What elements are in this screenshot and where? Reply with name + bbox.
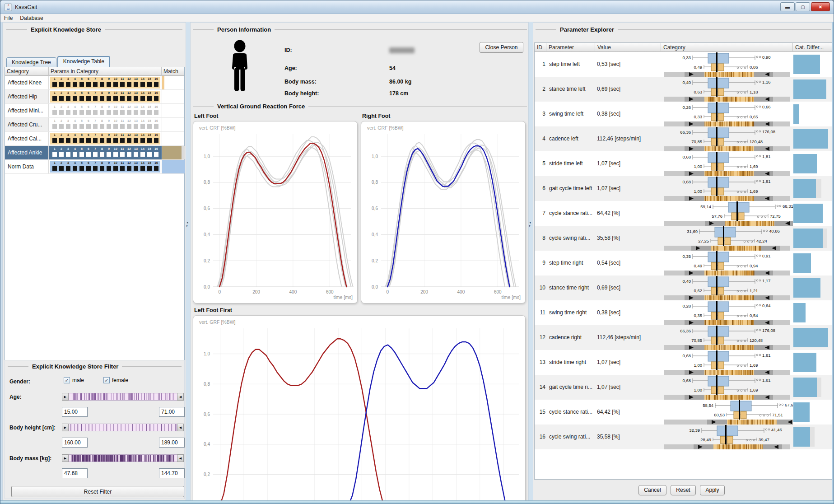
column-header-match[interactable]: Match xyxy=(162,67,185,76)
knowledge-row-affected-cru[interactable]: Affected Cru...12345678910111213141516 xyxy=(5,118,184,132)
explorer-scrollbar[interactable] xyxy=(832,22,834,501)
range-slider-age[interactable]: ▶◀ xyxy=(62,393,184,401)
slider-track[interactable] xyxy=(69,393,177,401)
column-header-parameter[interactable]: Parameter xyxy=(546,43,595,52)
category-distribution-glyph[interactable]: 0,330,900,490,86 xyxy=(661,52,793,77)
close-person-button[interactable]: Close Person xyxy=(480,42,523,53)
category-distribution-glyph[interactable]: 0,681,811,001,69 xyxy=(661,176,793,201)
category-distribution-glyph[interactable]: 0,260,660,330,65 xyxy=(661,102,793,126)
parameter-row-stride-time-right[interactable]: 13stride time right1,07 [sec]0,681,811,0… xyxy=(535,350,832,375)
minimize-button[interactable]: ▬ xyxy=(780,2,795,11)
param-indicator: 1 xyxy=(51,133,58,143)
category-distribution-glyph[interactable]: 31,6940,8627,2542,24 xyxy=(661,226,793,251)
column-header-id[interactable]: ID xyxy=(535,43,546,52)
checkbox-female[interactable]: ✓female xyxy=(103,377,128,383)
menu-item-file[interactable]: File xyxy=(0,14,16,22)
range-slider-body-height-cm[interactable]: ▶◀ xyxy=(62,424,184,431)
parameter-row-cadence-right[interactable]: 12cadence right112,46 [steps/min]66,3617… xyxy=(535,325,832,350)
parameter-row-stance-time-left[interactable]: 2stance time left0,69 [sec]0,401,160,631… xyxy=(535,77,832,102)
parameter-row-cycle-swing-rati[interactable]: 8cycle swing rati...35,58 [%]31,6940,862… xyxy=(535,226,832,251)
titlebar[interactable]: KavaGait ▬ ▢ ✕ xyxy=(0,0,834,14)
parameter-row-step-time-right[interactable]: 9step time right0,54 [sec]0,350,910,490,… xyxy=(535,251,832,275)
splitter-arrows-icon[interactable]: ◂▸ xyxy=(186,221,188,227)
parameter-row-stride-time-left[interactable]: 5stride time left1,07 [sec]0,681,811,001… xyxy=(535,151,832,176)
category-distribution-glyph[interactable]: 66,36176,0870,85120,48 xyxy=(661,126,793,151)
parameter-row-cycle-swing-rati[interactable]: 16cycle swing rati...35,58 [%]32,3941,46… xyxy=(535,425,832,449)
left-splitter[interactable]: ◂▸ xyxy=(186,22,190,501)
parameter-row-gait-cycle-time-left[interactable]: 6gait cycle time left1,07 [sec]0,681,811… xyxy=(535,176,832,201)
slider-right-arrow[interactable]: ◀ xyxy=(177,454,184,462)
slider-left-arrow[interactable]: ▶ xyxy=(62,454,69,462)
param-square xyxy=(93,152,98,157)
param-number: 4 xyxy=(72,161,78,165)
svg-text:120,48: 120,48 xyxy=(750,338,763,343)
knowledge-row-affected-knee[interactable]: Affected Knee12345678910111213141516 xyxy=(5,76,184,90)
slider-right-arrow[interactable]: ◀ xyxy=(177,424,184,431)
y-axis-label: vert. GRF [%BW] xyxy=(367,125,404,131)
param-number: 15 xyxy=(146,133,153,137)
param-number: 15 xyxy=(146,91,153,95)
knowledge-row-affected-hip[interactable]: Affected Hip12345678910111213141516 xyxy=(5,90,184,104)
range-max-field[interactable] xyxy=(159,468,185,478)
knowledge-row-norm-data[interactable]: Norm Data12345678910111213141516 xyxy=(5,160,184,174)
parameter-row-cycle-stance-rati[interactable]: 7cycle stance rati...64,42 [%]59,1468,31… xyxy=(535,201,832,226)
category-distribution-glyph[interactable]: 58,5467,6160,5371,51 xyxy=(661,400,793,425)
parameter-row-swing-time-right[interactable]: 11swing time right0,38 [sec]0,280,640,35… xyxy=(535,300,832,325)
column-header-params-in-category[interactable]: Params in Category xyxy=(49,67,162,76)
cancel-button[interactable]: Cancel xyxy=(638,485,666,495)
checkbox-male[interactable]: ✓male xyxy=(64,377,84,383)
category-distribution-glyph[interactable]: 0,401,160,631,18 xyxy=(661,77,793,102)
maximize-button[interactable]: ▢ xyxy=(796,2,810,11)
reset-button[interactable]: Reset xyxy=(671,485,696,495)
category-distribution-glyph[interactable]: 0,350,910,490,94 xyxy=(661,251,793,275)
slider-track[interactable] xyxy=(69,454,177,462)
param-number: 9 xyxy=(106,133,112,137)
category-distribution-glyph[interactable]: 66,36176,0870,85120,48 xyxy=(661,325,793,350)
right-splitter[interactable]: ◂▸ xyxy=(529,22,533,501)
category-distribution-glyph[interactable]: 0,401,170,621,21 xyxy=(661,275,793,300)
slider-left-arrow[interactable]: ▶ xyxy=(62,424,69,431)
knowledge-row-affected-ankle[interactable]: Affected Ankle12345678910111213141516 xyxy=(5,146,184,160)
parameter-row-gait-cycle-time-ri[interactable]: 14gait cycle time ri...1,07 [sec]0,681,8… xyxy=(535,375,832,400)
range-min-field[interactable] xyxy=(62,468,88,478)
column-header-cat-differ[interactable]: Cat. Differ... xyxy=(793,43,832,52)
parameter-row-cadence-left[interactable]: 4cadence left112,46 [steps/min]66,36176,… xyxy=(535,126,832,151)
range-label-body-mass-kg: Body mass [kg]: xyxy=(9,455,51,462)
category-label: Affected Hip xyxy=(5,90,49,103)
splitter-arrows-icon[interactable]: ◂▸ xyxy=(529,221,531,227)
knowledge-row-affected-mini[interactable]: Affected Mini...12345678910111213141516 xyxy=(5,104,184,118)
category-distribution-glyph[interactable]: 0,681,811,001,69 xyxy=(661,350,793,375)
parameter-row-swing-time-left[interactable]: 3swing time left0,38 [sec]0,260,660,330,… xyxy=(535,102,832,126)
tab-knowledge-tree[interactable]: Knowledge Tree xyxy=(6,57,56,67)
tab-knowledge-table[interactable]: Knowledge Table xyxy=(57,56,110,67)
reset-filter-button[interactable]: Reset Filter xyxy=(11,486,184,497)
menu-item-database[interactable]: Database xyxy=(16,14,47,22)
param-indicator: 13 xyxy=(133,105,139,115)
parameter-name: stride time right xyxy=(549,350,596,375)
knowledge-row-affected-cal[interactable]: Affected Cal...12345678910111213141516 xyxy=(5,132,184,146)
range-slider-body-mass-kg[interactable]: ▶◀ xyxy=(62,454,184,462)
parameter-row-stance-time-right[interactable]: 10stance time right0,69 [sec]0,401,170,6… xyxy=(535,275,832,300)
close-button[interactable]: ✕ xyxy=(811,2,830,11)
parameter-row-step-time-left[interactable]: 1step time left0,53 [sec]0,330,900,490,8… xyxy=(535,52,832,77)
apply-button[interactable]: Apply xyxy=(700,485,725,495)
range-min-field[interactable] xyxy=(62,438,88,448)
category-distribution-glyph[interactable]: 0,280,640,350,54 xyxy=(661,300,793,325)
column-header-value[interactable]: Value xyxy=(595,43,661,52)
slider-left-arrow[interactable]: ▶ xyxy=(62,393,69,401)
category-distribution-glyph[interactable]: 32,3941,4628,4939,47 xyxy=(661,425,793,449)
range-max-field[interactable] xyxy=(159,407,185,417)
slider-right-arrow[interactable]: ◀ xyxy=(177,393,184,401)
range-max-field[interactable] xyxy=(159,438,185,448)
category-distribution-glyph[interactable]: 59,1468,3157,7672,75 xyxy=(661,201,793,226)
category-difference-bar xyxy=(793,179,816,198)
range-min-field[interactable] xyxy=(62,407,88,417)
category-distribution-glyph[interactable]: 0,681,811,001,69 xyxy=(661,375,793,400)
parameter-row-cycle-stance-rati[interactable]: 15cycle stance rati...64,42 [%]58,5467,6… xyxy=(535,400,832,425)
slider-track[interactable] xyxy=(69,424,177,431)
column-header-category[interactable]: Category xyxy=(5,67,49,76)
category-distribution-glyph[interactable]: 0,681,811,001,69 xyxy=(661,151,793,176)
checkbox-box-icon[interactable]: ✓ xyxy=(103,377,110,383)
column-header-category[interactable]: Category xyxy=(661,43,793,52)
checkbox-box-icon[interactable]: ✓ xyxy=(64,377,70,383)
